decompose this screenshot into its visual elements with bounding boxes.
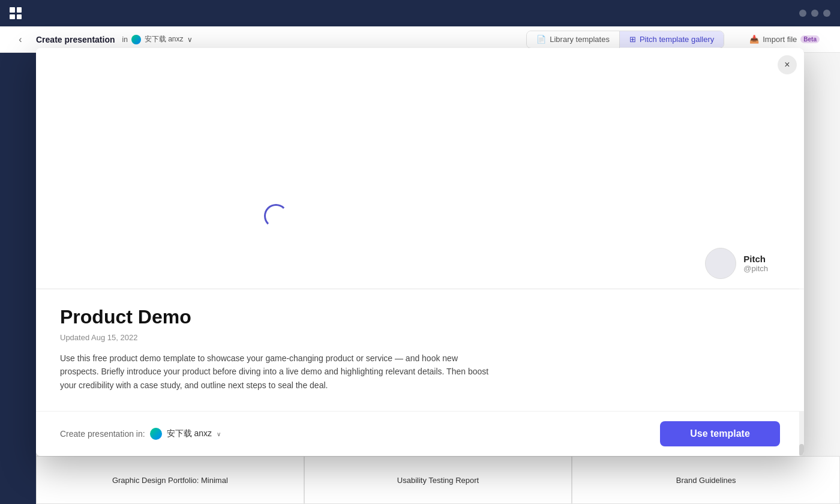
tab-group: 📄 Library templates ⊞ Pitch template gal… xyxy=(526,31,724,49)
card-item-2[interactable]: Brand Guidelines xyxy=(572,456,840,504)
modal-preview-area xyxy=(36,48,804,289)
topbar xyxy=(0,0,840,26)
footer-workspace-icon xyxy=(150,428,162,440)
template-description: Use this free product demo template to s… xyxy=(60,352,492,392)
scrollbar-thumb-bottom xyxy=(799,444,804,456)
card-item-0[interactable]: Graphic Design Portfolio: Minimal xyxy=(36,456,304,504)
document-icon: 📄 xyxy=(536,35,546,44)
gallery-icon: ⊞ xyxy=(629,35,636,44)
workspace-selector[interactable]: in 安下载 anxz ∨ xyxy=(122,34,192,44)
import-icon: 📥 xyxy=(749,35,759,44)
template-updated: Updated Aug 15, 2022 xyxy=(60,333,780,342)
close-button[interactable] xyxy=(823,10,830,17)
author-avatar xyxy=(705,248,736,279)
import-file-button[interactable]: 📥 Import file Beta xyxy=(741,31,828,47)
footer-workspace-name: 安下载 anxz xyxy=(167,428,212,439)
footer-create-label: Create presentation in: xyxy=(60,429,145,439)
workspace-in-label: in xyxy=(122,35,127,44)
window-controls[interactable] xyxy=(799,10,830,17)
app-logo xyxy=(10,7,22,19)
modal-info-section: Product Demo Updated Aug 15, 2022 Use th… xyxy=(36,289,804,411)
back-button[interactable]: ‹ xyxy=(12,31,29,48)
workspace-chevron-header: ∨ xyxy=(187,35,193,44)
workspace-icon-small xyxy=(131,35,141,44)
footer-workspace-chevron: ∨ xyxy=(217,431,221,437)
modal-footer: Create presentation in: 安下载 anxz ∨ Use t… xyxy=(36,411,804,456)
beta-badge: Beta xyxy=(800,35,820,43)
minimize-button[interactable] xyxy=(799,10,806,17)
page-title: Create presentation xyxy=(36,35,115,44)
modal-close-button[interactable]: × xyxy=(778,55,797,74)
loading-spinner xyxy=(264,204,288,228)
use-template-button[interactable]: Use template xyxy=(660,421,780,446)
card-row: Graphic Design Portfolio: Minimal Usabil… xyxy=(36,456,840,504)
author-handle: @pitch xyxy=(743,264,768,273)
author-name: Pitch xyxy=(743,254,768,264)
footer-workspace-selector[interactable]: Create presentation in: 安下载 anxz ∨ xyxy=(60,428,221,440)
tab-library-templates[interactable]: 📄 Library templates xyxy=(527,31,619,47)
maximize-button[interactable] xyxy=(811,10,818,17)
author-details: Pitch @pitch xyxy=(743,254,768,273)
sidebar xyxy=(0,53,36,504)
template-title: Product Demo xyxy=(60,306,780,328)
author-info: Pitch @pitch xyxy=(705,248,768,279)
tab-pitch-gallery[interactable]: ⊞ Pitch template gallery xyxy=(620,31,724,47)
close-icon: × xyxy=(784,59,790,70)
card-item-1[interactable]: Usability Testing Report xyxy=(304,456,572,504)
workspace-name-header: 安下载 anxz xyxy=(145,34,184,44)
template-detail-modal: × Product Demo Updated Aug 15, 2022 Use … xyxy=(36,48,804,456)
